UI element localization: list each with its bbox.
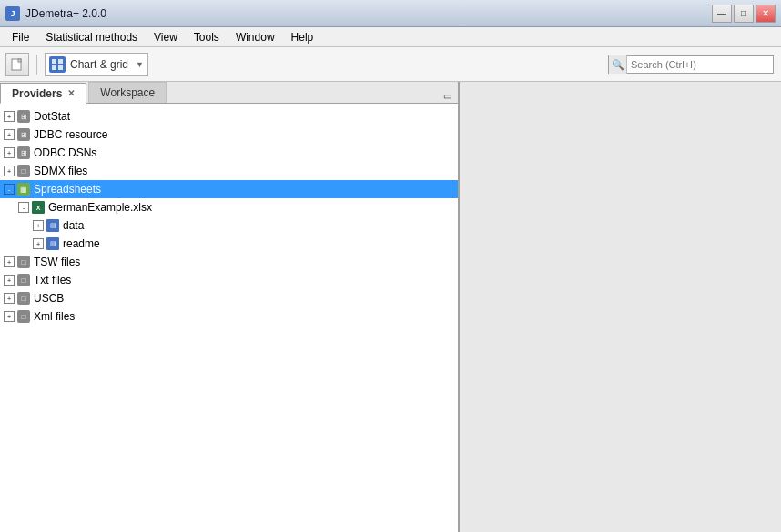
expand-jdbc[interactable]: + bbox=[4, 129, 15, 140]
expand-tsw[interactable]: + bbox=[4, 256, 15, 267]
new-button[interactable] bbox=[5, 53, 29, 76]
toolbar-separator-1 bbox=[36, 55, 37, 75]
search-wrap: 🔍 bbox=[608, 55, 774, 74]
tree-item-sdmx[interactable]: + □ SDMX files bbox=[0, 162, 458, 180]
search-icon[interactable]: 🔍 bbox=[609, 55, 627, 74]
tree-item-txt[interactable]: + □ Txt files bbox=[0, 271, 458, 289]
tree-item-dotstat[interactable]: + ⊞ DotStat bbox=[0, 107, 458, 125]
odbc-icon: ⊞ bbox=[16, 146, 31, 160]
close-button[interactable]: ✕ bbox=[756, 5, 776, 23]
txt-label: Txt files bbox=[34, 274, 71, 286]
svg-rect-4 bbox=[52, 65, 56, 70]
tree-item-german[interactable]: - X GermanExample.xlsx bbox=[0, 198, 458, 216]
tree-view[interactable]: + ⊞ DotStat + ⊞ JDBC resource + ⊞ bbox=[0, 104, 458, 532]
german-icon: X bbox=[31, 200, 46, 215]
app-icon: J bbox=[5, 6, 20, 21]
title-bar: J JDemetra+ 2.0.0 — □ ✕ bbox=[0, 0, 781, 27]
sdmx-label: SDMX files bbox=[34, 165, 87, 177]
tree-item-data[interactable]: + ▤ data bbox=[0, 216, 458, 235]
menu-bar: File Statistical methods View Tools Wind… bbox=[0, 27, 781, 47]
data-label: data bbox=[63, 219, 84, 232]
tree-item-tsw[interactable]: + □ TSW files bbox=[0, 253, 458, 271]
sdmx-icon: □ bbox=[16, 164, 31, 178]
minimize-button[interactable]: — bbox=[712, 5, 732, 23]
expand-uscb[interactable]: + bbox=[4, 293, 15, 304]
tab-providers-close[interactable]: ✕ bbox=[67, 88, 75, 98]
jdbc-label: JDBC resource bbox=[34, 128, 107, 141]
expand-spreadsheets[interactable]: - bbox=[4, 184, 15, 195]
expand-txt[interactable]: + bbox=[4, 275, 15, 286]
menu-help[interactable]: Help bbox=[283, 28, 322, 46]
right-panel bbox=[460, 82, 781, 532]
expand-readme[interactable]: + bbox=[33, 238, 44, 249]
jdbc-icon: ⊞ bbox=[16, 127, 31, 142]
tree-item-spreadsheets[interactable]: - ▦ Spreadsheets bbox=[0, 180, 458, 198]
xml-icon: □ bbox=[16, 309, 31, 324]
expand-xml[interactable]: + bbox=[4, 311, 15, 322]
tree-item-readme[interactable]: + ▤ readme bbox=[0, 235, 458, 253]
tree-item-jdbc[interactable]: + ⊞ JDBC resource bbox=[0, 125, 458, 144]
menu-tools[interactable]: Tools bbox=[186, 28, 228, 46]
expand-data[interactable]: + bbox=[33, 220, 44, 231]
spreadsheets-icon: ▦ bbox=[16, 182, 31, 196]
search-input[interactable] bbox=[627, 59, 773, 70]
chart-grid-icon bbox=[49, 56, 66, 73]
tree-item-uscb[interactable]: + □ USCB bbox=[0, 289, 458, 307]
spreadsheets-label: Spreadsheets bbox=[34, 183, 101, 196]
expand-german[interactable]: - bbox=[18, 202, 29, 213]
panel-collapse-btn[interactable]: ▭ bbox=[440, 88, 454, 103]
tab-bar: Providers ✕ Workspace ▭ bbox=[0, 82, 458, 104]
svg-rect-1 bbox=[18, 59, 21, 62]
tsw-icon: □ bbox=[16, 255, 31, 269]
svg-rect-3 bbox=[58, 59, 63, 64]
maximize-button[interactable]: □ bbox=[734, 5, 754, 23]
tsw-label: TSW files bbox=[34, 256, 80, 268]
uscb-label: USCB bbox=[34, 292, 64, 305]
tab-providers[interactable]: Providers ✕ bbox=[0, 83, 86, 104]
readme-label: readme bbox=[63, 237, 100, 250]
odbc-label: ODBC DSNs bbox=[34, 146, 96, 159]
readme-icon: ▤ bbox=[46, 236, 60, 251]
left-panel: Providers ✕ Workspace ▭ + ⊞ DotStat + bbox=[0, 82, 460, 532]
expand-odbc[interactable]: + bbox=[4, 147, 15, 158]
uscb-icon: □ bbox=[16, 291, 31, 306]
svg-rect-5 bbox=[58, 65, 63, 70]
tab-workspace[interactable]: Workspace bbox=[88, 82, 167, 103]
tree-item-odbc[interactable]: + ⊞ ODBC DSNs bbox=[0, 144, 458, 162]
expand-sdmx[interactable]: + bbox=[4, 166, 15, 176]
chart-grid-arrow: ▼ bbox=[136, 60, 144, 69]
svg-rect-2 bbox=[52, 59, 56, 64]
main-content: Providers ✕ Workspace ▭ + ⊞ DotStat + bbox=[0, 82, 781, 532]
chart-grid-dropdown[interactable]: Chart & grid ▼ bbox=[45, 53, 148, 76]
menu-statistical-methods[interactable]: Statistical methods bbox=[37, 28, 146, 46]
german-label: GermanExample.xlsx bbox=[48, 201, 152, 214]
xml-label: Xml files bbox=[34, 310, 75, 323]
menu-view[interactable]: View bbox=[146, 28, 186, 46]
dotstat-icon: ⊞ bbox=[16, 109, 31, 124]
data-icon: ▤ bbox=[46, 218, 60, 233]
dotstat-label: DotStat bbox=[34, 110, 70, 123]
app-title: JDemetra+ 2.0.0 bbox=[25, 7, 712, 20]
window-controls: — □ ✕ bbox=[712, 5, 776, 23]
tree-item-xml[interactable]: + □ Xml files bbox=[0, 307, 458, 326]
menu-file[interactable]: File bbox=[4, 28, 37, 46]
search-bar: 🔍 bbox=[608, 55, 774, 75]
menu-window[interactable]: Window bbox=[228, 28, 283, 46]
expand-dotstat[interactable]: + bbox=[4, 111, 15, 122]
chart-grid-label: Chart & grid bbox=[70, 58, 128, 71]
txt-icon: □ bbox=[16, 273, 31, 287]
